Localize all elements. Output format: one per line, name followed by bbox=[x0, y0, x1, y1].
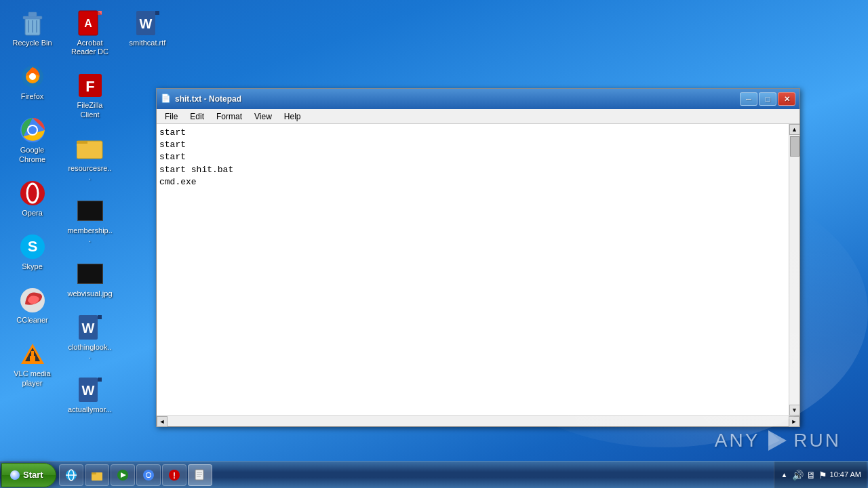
svg-text:!: ! bbox=[173, 471, 176, 481]
svg-text:S: S bbox=[27, 238, 37, 255]
skype-label: Skype bbox=[22, 262, 43, 271]
taskbar-explorer[interactable] bbox=[85, 464, 109, 486]
tray-time: 10:47 AM bbox=[830, 470, 861, 480]
vlc-icon[interactable]: VLC media player bbox=[7, 338, 58, 390]
firefox-icon[interactable]: Firefox bbox=[7, 60, 58, 104]
firefox-image bbox=[19, 63, 46, 90]
tray-icons: 🔊 🖥 ⚑ bbox=[792, 470, 827, 481]
window-title: shit.txt - Notepad bbox=[175, 94, 241, 104]
vlc-label: VLC media player bbox=[9, 369, 55, 387]
svg-rect-19 bbox=[30, 356, 35, 361]
scroll-h-track bbox=[167, 416, 789, 426]
clock-time: 10:47 AM bbox=[830, 470, 861, 480]
tray-network-icon[interactable]: 🖥 bbox=[806, 470, 816, 481]
opera-label: Opera bbox=[22, 209, 43, 218]
start-orb bbox=[10, 470, 20, 480]
icon-column-1: Recycle Bin Firefox bbox=[7, 7, 61, 397]
tray-flag-icon[interactable]: ⚑ bbox=[818, 470, 827, 481]
resourcesre-label: resourcesre... bbox=[67, 164, 113, 182]
vlc-image bbox=[19, 340, 46, 367]
svg-text:A: A bbox=[84, 18, 92, 29]
menu-help[interactable]: Help bbox=[279, 110, 307, 123]
svg-rect-20 bbox=[31, 351, 34, 357]
acrobat-icon[interactable]: A Acrobat Reader DC bbox=[64, 7, 115, 59]
smithcat-icon[interactable]: W smithcat.rtf bbox=[122, 7, 173, 50]
text-area-wrapper: start start start start shit.bat cmd.exe bbox=[157, 124, 789, 415]
smithcat-label: smithcat.rtf bbox=[130, 39, 166, 47]
menu-format[interactable]: Format bbox=[211, 110, 248, 123]
filezilla-label: FileZilla Client bbox=[67, 101, 113, 119]
desktop-icons-area: Recycle Bin Firefox bbox=[7, 7, 176, 424]
minimize-button[interactable]: ─ bbox=[740, 92, 757, 106]
titlebar-buttons: ─ □ ✕ bbox=[740, 92, 795, 106]
resourcesre-image bbox=[77, 135, 104, 162]
window-titlebar[interactable]: 📄 shit.txt - Notepad ─ □ ✕ bbox=[157, 89, 800, 109]
taskbar-notepad[interactable] bbox=[188, 464, 212, 486]
tray-expand[interactable]: ▲ bbox=[780, 471, 789, 479]
scroll-down-arrow[interactable]: ▼ bbox=[789, 405, 800, 415]
icon-column-3: W smithcat.rtf bbox=[122, 7, 176, 57]
svg-point-55 bbox=[146, 473, 151, 477]
scroll-right-arrow[interactable]: ► bbox=[789, 416, 800, 427]
notepad-title-icon: 📄 bbox=[161, 94, 172, 104]
acrobat-image: A bbox=[77, 9, 104, 37]
actuallymore-label: actuallymor... bbox=[68, 405, 112, 414]
horizontal-scrollbar[interactable]: ◄ ► bbox=[157, 415, 800, 426]
opera-icon[interactable]: Opera bbox=[7, 177, 58, 220]
membership-image bbox=[77, 197, 104, 224]
recycle-bin-image bbox=[19, 9, 46, 37]
recycle-bin-icon[interactable]: Recycle Bin bbox=[7, 7, 58, 50]
clothinglook-icon[interactable]: W clothinglook... bbox=[64, 311, 115, 363]
scroll-up-arrow[interactable]: ▲ bbox=[789, 124, 800, 135]
recycle-bin-label: Recycle Bin bbox=[12, 39, 52, 47]
svg-rect-2 bbox=[28, 12, 37, 17]
svg-text:W: W bbox=[139, 16, 152, 31]
firefox-label: Firefox bbox=[21, 92, 44, 101]
resourcesre-icon[interactable]: resourcesre... bbox=[64, 132, 115, 184]
chrome-icon[interactable]: Google Chrome bbox=[7, 114, 58, 166]
unknown-taskbar-icon: ! bbox=[168, 469, 180, 481]
scroll-left-arrow[interactable]: ◄ bbox=[157, 416, 167, 427]
svg-point-8 bbox=[29, 73, 36, 80]
anyrun-text2: RUN bbox=[793, 430, 841, 451]
close-button[interactable]: ✕ bbox=[778, 92, 795, 106]
taskbar-chrome[interactable] bbox=[136, 464, 161, 486]
svg-point-11 bbox=[28, 126, 37, 134]
notepad-textarea[interactable]: start start start start shit.bat cmd.exe bbox=[157, 124, 789, 415]
system-tray: ▲ 🔊 🖥 ⚑ 10:47 AM bbox=[774, 462, 867, 488]
menu-edit[interactable]: Edit bbox=[184, 110, 210, 123]
svg-rect-31 bbox=[77, 141, 87, 144]
skype-image: S bbox=[19, 233, 46, 260]
skype-icon[interactable]: S Skype bbox=[7, 230, 58, 274]
svg-text:F: F bbox=[85, 78, 94, 95]
chrome-image bbox=[19, 117, 46, 144]
titlebar-left: 📄 shit.txt - Notepad bbox=[161, 94, 241, 104]
svg-text:W: W bbox=[81, 321, 94, 336]
tray-volume-icon[interactable]: 🔊 bbox=[792, 470, 804, 481]
ie-icon bbox=[65, 469, 77, 481]
desktop: Recycle Bin Firefox bbox=[0, 0, 868, 488]
svg-marker-37 bbox=[98, 378, 102, 382]
svg-marker-33 bbox=[98, 315, 102, 319]
webvisual-icon[interactable]: webvisual.jpg bbox=[64, 258, 115, 301]
taskbar-unknown[interactable]: ! bbox=[162, 464, 186, 486]
svg-rect-50 bbox=[92, 472, 96, 474]
scroll-thumb[interactable] bbox=[790, 136, 800, 157]
taskbar-media[interactable] bbox=[111, 464, 135, 486]
icon-column-2: A Acrobat Reader DC F FileZilla Client bbox=[64, 7, 119, 424]
maximize-button[interactable]: □ bbox=[759, 92, 776, 106]
ccleaner-icon[interactable]: CCleaner bbox=[7, 284, 58, 327]
menu-view[interactable]: View bbox=[249, 110, 277, 123]
chrome-taskbar-icon bbox=[142, 469, 155, 481]
membership-label: membership... bbox=[67, 226, 113, 244]
svg-text:W: W bbox=[81, 383, 94, 398]
membership-icon[interactable]: membership... bbox=[64, 195, 115, 247]
filezilla-icon[interactable]: F FileZilla Client bbox=[64, 69, 115, 121]
menu-file[interactable]: File bbox=[159, 110, 183, 123]
svg-marker-41 bbox=[155, 11, 159, 15]
vertical-scrollbar[interactable]: ▲ ▼ bbox=[789, 124, 800, 415]
actuallymore-icon[interactable]: W actuallymor... bbox=[64, 373, 115, 417]
taskbar-ie[interactable] bbox=[59, 464, 83, 486]
start-button[interactable]: Start bbox=[1, 463, 56, 487]
taskbar-items: ! bbox=[56, 462, 774, 488]
